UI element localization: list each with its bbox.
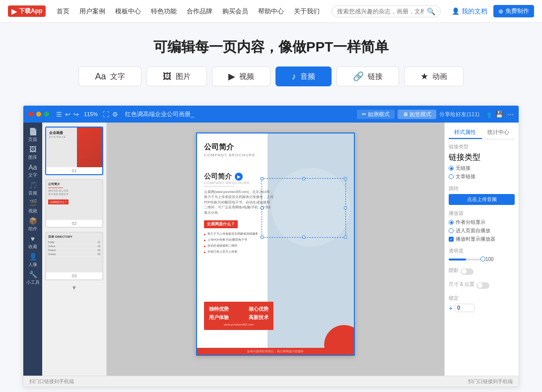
nav-brands[interactable]: 合作品牌 [187, 7, 212, 16]
editor-canvas[interactable]: 公司简介 COMPANY BROCHURE 公司简介 ▶ COMPANY BRO… [107, 123, 444, 376]
thumb-page-1[interactable]: 企业画册 DI YE HUA CE 01 [45, 127, 103, 175]
opacity-slider-fill [449, 259, 466, 261]
redo-icon[interactable]: ↪ [73, 111, 79, 118]
tab-stats[interactable]: 统计中心 [482, 127, 515, 139]
titlebar-dot-yellow [36, 112, 41, 117]
tools-label: 小工具 [26, 279, 40, 286]
radio-auto-play[interactable] [449, 228, 454, 233]
radio-no-link[interactable] [449, 166, 454, 171]
thumb-page-3[interactable]: 目录 DIRECTORY Profile 01 Culture 03 [45, 232, 103, 280]
my-doc-link[interactable]: 👤 我的文档 [452, 7, 487, 16]
thumb-scroll-down[interactable]: ▼ [45, 284, 103, 291]
thumb-p1-subtitle: DI YE HUA CE [49, 135, 66, 138]
nav-features[interactable]: 特色功能 [151, 7, 177, 16]
free-make-button[interactable]: ⊕ 免费制作 [493, 5, 534, 17]
play-button[interactable]: ▶ [235, 173, 243, 181]
right-jump-section: 跳转 点击上传音频 [449, 185, 515, 205]
menu-icon[interactable]: ☰ [56, 111, 62, 118]
shadow-toggle[interactable] [461, 268, 474, 275]
favorites-label: 收藏 [28, 244, 37, 250]
thumb-p3-row-1: Profile 01 [48, 241, 100, 245]
link-type-option-2[interactable]: 文章链接 [449, 173, 515, 180]
radio-author-group[interactable] [449, 220, 454, 225]
video-tab-label: 视频 [239, 72, 254, 81]
editor-left-sidebar: 📄 页面 🖼 图库 Aa 文字 🎵 音频 🎬 视频 [23, 123, 42, 376]
sidebar-favorites[interactable]: ♥ 收藏 [24, 234, 41, 251]
sidebar-tools[interactable]: 🔧 小工具 [24, 269, 41, 286]
link-tab-icon: 🔗 [353, 71, 364, 82]
thumb-p3-visual: 目录 DIRECTORY Profile 01 Culture 03 [46, 233, 102, 259]
more-icon[interactable]: ⋯ [507, 111, 514, 118]
sidebar-components[interactable]: 📦 组件 [24, 216, 41, 233]
editor-right-panel: 样式属性 统计中心 链接类型 链接类型 无链接 文章链接 [444, 123, 519, 376]
favorites-icon: ♥ [31, 235, 35, 243]
show-player-label: 播放时显示播放器 [456, 236, 495, 243]
radio-author-group-label: 作者分组显示 [456, 219, 485, 226]
opacity-slider-thumb[interactable] [480, 257, 485, 261]
thumb-page-2[interactable]: 公司简介 独特优势 核心优势用户体验 高新技术 云展网是什么？ 02 [45, 179, 103, 228]
nav-templates[interactable]: 模板中心 [115, 7, 141, 16]
sidebar-audio[interactable]: 🎵 音频 [24, 180, 41, 197]
opacity-slider[interactable] [449, 259, 483, 261]
page-what-box: 云展网是什么？ [204, 220, 238, 228]
right-player-title: 播放器 [449, 210, 515, 217]
thumb-p1-title: 企业画册 [49, 131, 66, 135]
sidebar-gallery[interactable]: 🖼 图库 [24, 144, 41, 161]
right-jump-title: 跳转 [449, 185, 515, 192]
lock-add[interactable]: + [449, 304, 453, 312]
player-option-2[interactable]: 进入页面自播放 [449, 227, 515, 234]
page-feature-list: 致力于为上传者提供文档媒体持续服务 上传PDF转换为3D翻页电子书 自动生成链接… [204, 231, 273, 255]
show-player-checkbox[interactable] [449, 237, 454, 242]
feature-item-2: 上传PDF转换为3D翻页电子书 [204, 237, 273, 243]
nav-home[interactable]: 首页 [57, 7, 69, 16]
tab-text[interactable]: Aa 文字 [78, 66, 141, 86]
tab-video[interactable]: ▶ 视频 [212, 66, 271, 86]
thumb-p2-title: 公司简介 [48, 182, 100, 187]
logo[interactable]: ▶ 下载App [8, 5, 46, 17]
page-section-header: 公司简介 ▶ [204, 172, 347, 181]
settings-icon[interactable]: ⚙ [112, 111, 118, 118]
size-toggle[interactable] [476, 282, 489, 289]
edit-mode-btn[interactable]: ✏ 如测模式 [357, 110, 395, 119]
upload-audio-button[interactable]: 点击上传音频 [449, 194, 515, 205]
thumb-p1-visual: 企业画册 DI YE HUA CE [46, 128, 102, 167]
titlebar-toolbar: ☰ ↩ ↪ 115% ⛶ ⚙ 红色调高端企业公司画册_ ✏ 如测模式 🖥 如览模… [56, 110, 514, 119]
video-tab-icon: ▶ [228, 71, 235, 82]
right-lock-title: 锁定 [449, 295, 515, 302]
tab-style-props[interactable]: 样式属性 [449, 127, 482, 139]
tab-link[interactable]: 🔗 链接 [337, 66, 399, 86]
sidebar-video[interactable]: 🎬 视频 [24, 198, 41, 215]
save-icon[interactable]: 💾 [495, 111, 503, 118]
tab-image[interactable]: 🖼 图片 [146, 66, 207, 86]
player-option-1[interactable]: 作者分组显示 [449, 219, 515, 226]
nav-help[interactable]: 帮助中心 [258, 7, 284, 16]
undo-icon[interactable]: ↩ [65, 111, 70, 118]
logo-icon: ▶ [11, 7, 17, 15]
sidebar-text[interactable]: Aa 文字 [24, 162, 41, 179]
share-btn[interactable]: 分享给好友(111) [439, 111, 479, 118]
thumb-num-3: 03 [46, 272, 102, 279]
feature-item-1: 致力于为上传者提供文档媒体持续服务 [204, 231, 273, 237]
radio-article-link[interactable] [449, 174, 454, 179]
user-icon: 👤 [452, 7, 460, 15]
text-icon: Aa [28, 163, 37, 171]
tab-animation[interactable]: ★ 动画 [404, 66, 464, 86]
thumb-p3-table: Profile 01 Culture 03 Product 06 [48, 241, 100, 257]
team-btn[interactable]: 👥 [483, 111, 491, 118]
nav-cases[interactable]: 用户案例 [79, 7, 105, 16]
search-input[interactable] [337, 8, 424, 15]
lock-value-input[interactable] [455, 304, 474, 312]
opacity-value: 100 [485, 257, 494, 262]
nav-membership[interactable]: 购买会员 [222, 7, 248, 16]
sidebar-avatar[interactable]: 👤 人像 [24, 252, 41, 268]
filename-label: 红色调高端企业公司画册_ [125, 110, 354, 119]
fullscreen-icon[interactable]: ⛶ [103, 111, 109, 118]
status-left: 扫门口链接到手机端 [29, 378, 74, 385]
tab-audio[interactable]: ♪ 音频 [275, 66, 332, 86]
preview-mode-btn[interactable]: 🖥 如览模式 [398, 110, 436, 119]
show-player-row[interactable]: 播放时显示播放器 [449, 236, 515, 243]
link-type-option-1[interactable]: 无链接 [449, 165, 515, 172]
sidebar-pages[interactable]: 📄 页面 [24, 127, 41, 143]
right-player-section: 播放器 作者分组显示 进入页面自播放 播放时显示播放器 [449, 210, 515, 243]
nav-about[interactable]: 关于我们 [294, 7, 320, 16]
